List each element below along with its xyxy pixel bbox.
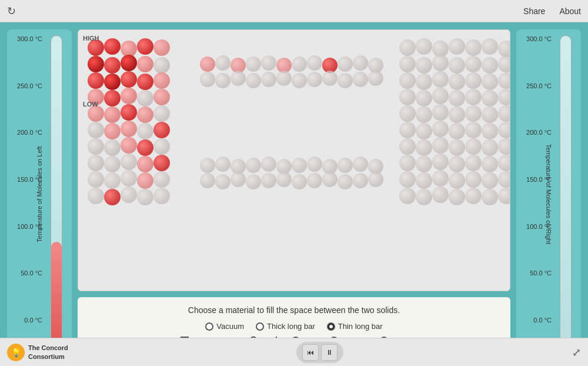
svg-point-127 <box>416 107 432 123</box>
logo-text: The Concord Consortium <box>28 344 68 361</box>
svg-point-18 <box>137 90 153 107</box>
main-content: 300.0 °C 250.0 °C 200.0 °C 150.0 °C 100.… <box>0 22 588 366</box>
left-scale: 300.0 °C 250.0 °C 200.0 °C 150.0 °C 100.… <box>12 35 42 324</box>
logo-line2: Consortium <box>28 352 68 361</box>
svg-point-65 <box>246 73 261 88</box>
controls-title: Choose a material to fill the space betw… <box>89 305 499 315</box>
svg-point-14 <box>153 72 170 89</box>
molecules-svg <box>78 30 510 291</box>
logo-circle: 💡 <box>7 344 25 361</box>
svg-point-28 <box>137 123 153 139</box>
svg-point-57 <box>307 55 322 71</box>
svg-point-136 <box>449 123 465 139</box>
left-scale-label-6: 300.0 °C <box>17 35 42 42</box>
low-label: LOW <box>83 101 98 108</box>
right-scale-label-3: 150.0 °C <box>526 176 552 183</box>
svg-point-140 <box>399 138 416 155</box>
svg-point-160 <box>498 171 510 188</box>
left-scale-label-2: 100.0 °C <box>17 223 42 230</box>
svg-point-11 <box>104 74 121 90</box>
svg-point-67 <box>276 71 292 86</box>
pause-button[interactable]: ⏸ <box>321 344 338 361</box>
svg-point-19 <box>153 89 170 105</box>
svg-point-2 <box>121 41 137 57</box>
svg-point-122 <box>449 90 465 107</box>
expand-icon[interactable]: ⤢ <box>572 346 581 359</box>
svg-point-129 <box>449 107 465 123</box>
svg-point-131 <box>482 107 498 123</box>
svg-point-70 <box>322 71 338 86</box>
svg-point-147 <box>399 155 416 171</box>
thick-bar-label: Thick long bar <box>267 322 315 331</box>
svg-point-103 <box>482 38 498 55</box>
svg-point-119 <box>399 89 416 105</box>
svg-point-43 <box>137 172 153 189</box>
svg-point-59 <box>338 56 353 72</box>
svg-point-102 <box>465 39 482 56</box>
logo-line1: The Concord <box>28 344 68 352</box>
svg-point-69 <box>307 72 322 87</box>
svg-point-12 <box>121 71 137 88</box>
svg-point-73 <box>368 71 383 86</box>
svg-point-37 <box>121 154 137 170</box>
svg-point-83 <box>338 158 353 173</box>
svg-point-120 <box>416 90 432 107</box>
svg-point-155 <box>416 172 432 189</box>
svg-point-112 <box>399 72 416 89</box>
svg-point-34 <box>153 138 170 155</box>
svg-point-108 <box>449 57 465 74</box>
svg-point-106 <box>416 57 432 74</box>
svg-point-137 <box>465 122 482 138</box>
svg-point-159 <box>482 172 498 189</box>
svg-point-104 <box>498 41 510 57</box>
svg-point-96 <box>353 173 368 188</box>
svg-point-29 <box>153 122 170 138</box>
vacuum-radio[interactable] <box>205 322 213 331</box>
right-thermometer-panel: 300.0 °C 250.0 °C 200.0 °C 150.0 °C 100.… <box>516 29 581 359</box>
svg-point-9 <box>153 57 170 74</box>
svg-point-20 <box>88 105 104 122</box>
svg-point-150 <box>449 156 465 172</box>
svg-point-134 <box>416 123 432 139</box>
thin-bar-option[interactable]: Thin long bar <box>327 322 383 331</box>
refresh-icon[interactable]: ↻ <box>7 5 16 18</box>
svg-point-154 <box>399 171 416 188</box>
svg-point-118 <box>498 72 510 89</box>
share-link[interactable]: Share <box>523 6 545 16</box>
svg-point-92 <box>292 174 307 189</box>
svg-point-74 <box>200 158 215 173</box>
svg-point-126 <box>399 105 416 122</box>
material-options-row: Vacuum Thick long bar Thin long bar <box>89 322 499 331</box>
concord-logo: 💡 The Concord Consortium <box>7 344 68 361</box>
svg-point-66 <box>261 72 276 87</box>
svg-point-148 <box>416 156 432 172</box>
svg-point-151 <box>465 155 482 171</box>
svg-point-116 <box>465 72 482 89</box>
svg-point-10 <box>88 72 104 89</box>
svg-point-158 <box>465 171 482 188</box>
svg-point-5 <box>88 56 104 72</box>
svg-point-42 <box>121 170 137 187</box>
svg-point-105 <box>399 56 416 72</box>
vacuum-option[interactable]: Vacuum <box>205 322 244 331</box>
svg-point-71 <box>338 73 353 88</box>
svg-point-107 <box>432 55 449 71</box>
svg-point-153 <box>498 155 510 171</box>
thick-bar-radio[interactable] <box>256 322 264 331</box>
step-back-button[interactable]: ⏮ <box>302 344 319 361</box>
svg-point-80 <box>292 158 307 173</box>
thin-bar-radio[interactable] <box>327 322 335 331</box>
svg-point-56 <box>292 56 307 72</box>
svg-point-124 <box>482 90 498 107</box>
thick-bar-option[interactable]: Thick long bar <box>256 322 315 331</box>
svg-point-36 <box>104 156 121 172</box>
svg-point-145 <box>482 139 498 156</box>
svg-point-38 <box>137 156 153 172</box>
svg-point-111 <box>498 56 510 72</box>
about-link[interactable]: About <box>559 6 581 16</box>
svg-point-31 <box>104 139 121 156</box>
svg-point-166 <box>482 189 498 205</box>
right-scale-label-0: 0.0 °C <box>533 317 552 324</box>
svg-point-77 <box>246 158 261 173</box>
right-scale-label-5: 250.0 °C <box>526 82 552 89</box>
